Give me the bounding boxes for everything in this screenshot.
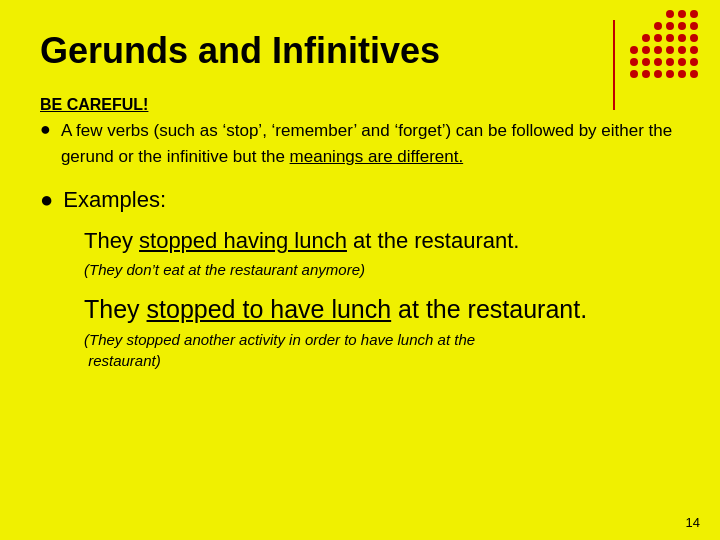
sentence-2: They stopped to have lunch at the restau…	[84, 292, 680, 327]
stopped-to-have-lunch: stopped to have lunch	[147, 295, 392, 323]
slide-title: Gerunds and Infinitives	[40, 30, 680, 72]
stopped-having-lunch: stopped having lunch	[139, 228, 347, 253]
note-1: (They don’t eat at the restaurant anymor…	[84, 259, 680, 280]
decorative-dots	[630, 10, 710, 90]
bullet-1-marker: ●	[40, 119, 51, 140]
note-2: (They stopped another activity in order …	[84, 329, 680, 371]
examples-block: ● Examples:	[40, 185, 680, 216]
right-line	[613, 20, 615, 110]
be-careful-label: BE CAREFUL!	[40, 96, 680, 114]
bullet-2-block: ● Examples:	[40, 185, 680, 216]
bullet-1-text: A few verbs (such as ‘stop’, ‘remember’ …	[61, 118, 680, 169]
dots-grid	[630, 10, 710, 80]
bullet-2-marker: ●	[40, 187, 53, 213]
sentence-1: They stopped having lunch at the restaur…	[84, 226, 680, 257]
meanings-different-text: meanings are different.	[290, 147, 464, 166]
slide-container: Gerunds and Infinitives BE CAREFUL! ● A …	[0, 0, 720, 540]
examples-label: Examples:	[63, 185, 166, 216]
page-number: 14	[686, 515, 700, 530]
bullet-1-block: ● A few verbs (such as ‘stop’, ‘remember…	[40, 118, 680, 169]
